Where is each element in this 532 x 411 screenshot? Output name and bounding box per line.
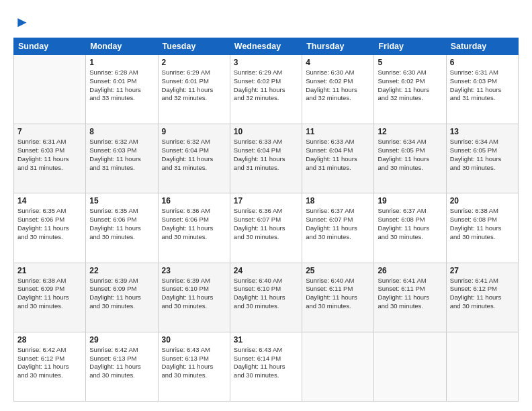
page: ► SundayMondayTuesdayWednesdayThursdayFr… — [0, 0, 532, 411]
day-number: 25 — [306, 266, 370, 275]
day-info: Sunrise: 6:32 AMSunset: 6:04 PMDaylight:… — [162, 138, 226, 172]
day-info: Sunrise: 6:43 AMSunset: 6:13 PMDaylight:… — [162, 346, 226, 380]
calendar-cell: 3Sunrise: 6:29 AMSunset: 6:02 PMDaylight… — [230, 55, 302, 124]
calendar-cell: 27Sunrise: 6:41 AMSunset: 6:12 PMDayligh… — [446, 263, 518, 332]
day-number: 19 — [378, 196, 442, 205]
day-info: Sunrise: 6:40 AMSunset: 6:10 PMDaylight:… — [234, 277, 298, 311]
day-number: 15 — [89, 196, 154, 205]
calendar-cell: 11Sunrise: 6:33 AMSunset: 6:04 PMDayligh… — [302, 124, 374, 193]
calendar-week-row: 7Sunrise: 6:31 AMSunset: 6:03 PMDaylight… — [14, 124, 519, 193]
day-info: Sunrise: 6:38 AMSunset: 6:08 PMDaylight:… — [450, 207, 515, 241]
day-info: Sunrise: 6:33 AMSunset: 6:04 PMDaylight:… — [234, 138, 298, 172]
day-number: 11 — [306, 127, 370, 136]
day-number: 3 — [234, 58, 298, 67]
calendar-cell: 17Sunrise: 6:36 AMSunset: 6:07 PMDayligh… — [230, 193, 302, 263]
calendar-cell: 26Sunrise: 6:41 AMSunset: 6:11 PMDayligh… — [374, 263, 446, 332]
day-number: 9 — [162, 127, 226, 136]
day-info: Sunrise: 6:36 AMSunset: 6:06 PMDaylight:… — [162, 207, 226, 241]
day-number: 27 — [450, 266, 515, 275]
calendar-cell — [374, 332, 446, 401]
day-header-sunday: Sunday — [14, 38, 86, 55]
day-info: Sunrise: 6:33 AMSunset: 6:04 PMDaylight:… — [306, 138, 370, 172]
day-number: 8 — [89, 127, 154, 136]
calendar-cell: 6Sunrise: 6:31 AMSunset: 6:03 PMDaylight… — [446, 55, 518, 124]
day-info: Sunrise: 6:32 AMSunset: 6:03 PMDaylight:… — [89, 138, 154, 172]
day-info: Sunrise: 6:39 AMSunset: 6:10 PMDaylight:… — [162, 277, 226, 311]
day-number: 23 — [162, 266, 226, 275]
day-info: Sunrise: 6:30 AMSunset: 6:02 PMDaylight:… — [378, 68, 442, 103]
calendar-cell: 22Sunrise: 6:39 AMSunset: 6:09 PMDayligh… — [86, 263, 158, 332]
calendar-table: SundayMondayTuesdayWednesdayThursdayFrid… — [13, 38, 519, 402]
calendar-cell: 16Sunrise: 6:36 AMSunset: 6:06 PMDayligh… — [158, 193, 230, 263]
calendar-cell: 14Sunrise: 6:35 AMSunset: 6:06 PMDayligh… — [14, 193, 86, 263]
day-number: 22 — [89, 266, 154, 275]
day-info: Sunrise: 6:29 AMSunset: 6:01 PMDaylight:… — [162, 68, 226, 103]
day-number: 29 — [89, 335, 154, 345]
calendar-cell: 23Sunrise: 6:39 AMSunset: 6:10 PMDayligh… — [158, 263, 230, 332]
calendar-header-row: SundayMondayTuesdayWednesdayThursdayFrid… — [14, 38, 519, 55]
day-info: Sunrise: 6:29 AMSunset: 6:02 PMDaylight:… — [234, 68, 298, 103]
day-number: 6 — [450, 58, 515, 67]
day-number: 7 — [17, 127, 82, 136]
day-number: 28 — [17, 335, 82, 345]
day-info: Sunrise: 6:34 AMSunset: 6:05 PMDaylight:… — [378, 138, 442, 172]
calendar-cell: 10Sunrise: 6:33 AMSunset: 6:04 PMDayligh… — [230, 124, 302, 193]
day-info: Sunrise: 6:42 AMSunset: 6:13 PMDaylight:… — [89, 346, 154, 380]
calendar-week-row: 1Sunrise: 6:28 AMSunset: 6:01 PMDaylight… — [14, 55, 519, 124]
day-info: Sunrise: 6:37 AMSunset: 6:07 PMDaylight:… — [306, 207, 370, 241]
day-header-saturday: Saturday — [446, 38, 518, 55]
calendar-week-row: 28Sunrise: 6:42 AMSunset: 6:12 PMDayligh… — [14, 332, 519, 401]
day-number: 30 — [162, 335, 226, 345]
calendar-week-row: 14Sunrise: 6:35 AMSunset: 6:06 PMDayligh… — [14, 193, 519, 263]
day-info: Sunrise: 6:38 AMSunset: 6:09 PMDaylight:… — [17, 277, 82, 311]
day-number: 4 — [306, 58, 370, 67]
day-number: 16 — [162, 196, 226, 205]
calendar-cell: 21Sunrise: 6:38 AMSunset: 6:09 PMDayligh… — [14, 263, 86, 332]
calendar-cell: 13Sunrise: 6:34 AMSunset: 6:05 PMDayligh… — [446, 124, 518, 193]
day-number: 10 — [234, 127, 298, 136]
day-info: Sunrise: 6:39 AMSunset: 6:09 PMDaylight:… — [89, 277, 154, 311]
day-header-thursday: Thursday — [302, 38, 374, 55]
logo-arrow-icon: ► — [15, 13, 30, 31]
day-header-tuesday: Tuesday — [158, 38, 230, 55]
calendar-cell — [446, 332, 518, 401]
calendar-cell — [302, 332, 374, 401]
calendar-cell: 31Sunrise: 6:43 AMSunset: 6:14 PMDayligh… — [230, 332, 302, 401]
logo: ► — [13, 12, 30, 31]
header: ► — [13, 12, 519, 31]
calendar-cell: 25Sunrise: 6:40 AMSunset: 6:11 PMDayligh… — [302, 263, 374, 332]
day-info: Sunrise: 6:31 AMSunset: 6:03 PMDaylight:… — [450, 68, 515, 103]
calendar-week-row: 21Sunrise: 6:38 AMSunset: 6:09 PMDayligh… — [14, 263, 519, 332]
day-info: Sunrise: 6:40 AMSunset: 6:11 PMDaylight:… — [306, 277, 370, 311]
calendar-cell: 2Sunrise: 6:29 AMSunset: 6:01 PMDaylight… — [158, 55, 230, 124]
calendar-cell: 19Sunrise: 6:37 AMSunset: 6:08 PMDayligh… — [374, 193, 446, 263]
day-info: Sunrise: 6:42 AMSunset: 6:12 PMDaylight:… — [17, 346, 82, 380]
day-number: 14 — [17, 196, 82, 205]
day-info: Sunrise: 6:35 AMSunset: 6:06 PMDaylight:… — [17, 207, 82, 241]
day-number: 31 — [234, 335, 298, 345]
day-info: Sunrise: 6:37 AMSunset: 6:08 PMDaylight:… — [378, 207, 442, 241]
day-number: 18 — [306, 196, 370, 205]
calendar-cell: 15Sunrise: 6:35 AMSunset: 6:06 PMDayligh… — [86, 193, 158, 263]
calendar-cell: 9Sunrise: 6:32 AMSunset: 6:04 PMDaylight… — [158, 124, 230, 193]
day-info: Sunrise: 6:34 AMSunset: 6:05 PMDaylight:… — [450, 138, 515, 172]
day-number: 17 — [234, 196, 298, 205]
day-header-wednesday: Wednesday — [230, 38, 302, 55]
day-info: Sunrise: 6:36 AMSunset: 6:07 PMDaylight:… — [234, 207, 298, 241]
day-number: 24 — [234, 266, 298, 275]
day-number: 26 — [378, 266, 442, 275]
calendar-cell: 18Sunrise: 6:37 AMSunset: 6:07 PMDayligh… — [302, 193, 374, 263]
calendar-cell: 5Sunrise: 6:30 AMSunset: 6:02 PMDaylight… — [374, 55, 446, 124]
calendar-cell: 12Sunrise: 6:34 AMSunset: 6:05 PMDayligh… — [374, 124, 446, 193]
calendar-cell: 7Sunrise: 6:31 AMSunset: 6:03 PMDaylight… — [14, 124, 86, 193]
calendar-cell: 28Sunrise: 6:42 AMSunset: 6:12 PMDayligh… — [14, 332, 86, 401]
day-number: 1 — [89, 58, 154, 67]
calendar-cell: 20Sunrise: 6:38 AMSunset: 6:08 PMDayligh… — [446, 193, 518, 263]
day-info: Sunrise: 6:43 AMSunset: 6:14 PMDaylight:… — [234, 346, 298, 380]
day-number: 21 — [17, 266, 82, 275]
day-number: 2 — [162, 58, 226, 67]
calendar-cell: 24Sunrise: 6:40 AMSunset: 6:10 PMDayligh… — [230, 263, 302, 332]
day-info: Sunrise: 6:30 AMSunset: 6:02 PMDaylight:… — [306, 68, 370, 103]
calendar-cell: 29Sunrise: 6:42 AMSunset: 6:13 PMDayligh… — [86, 332, 158, 401]
calendar-cell: 8Sunrise: 6:32 AMSunset: 6:03 PMDaylight… — [86, 124, 158, 193]
